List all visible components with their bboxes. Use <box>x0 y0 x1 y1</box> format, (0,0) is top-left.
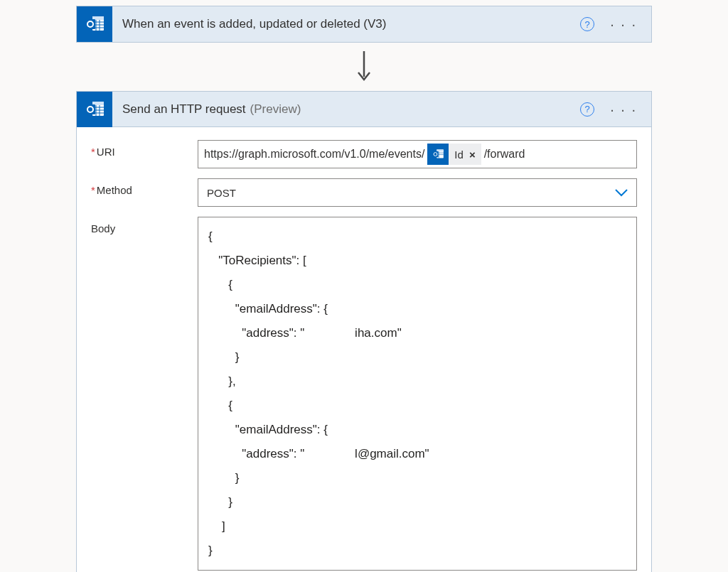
token-label: Id <box>449 149 468 161</box>
dynamic-token-id[interactable]: Id × <box>427 144 481 165</box>
uri-input[interactable]: https://graph.microsoft.com/v1.0/me/even… <box>198 140 637 168</box>
preview-label: (Preview) <box>250 102 301 117</box>
uri-label: URI <box>91 140 198 158</box>
svg-rect-24 <box>433 151 439 157</box>
action-card: Send an HTTP request (Preview) ? · · · U… <box>76 91 652 572</box>
outlook-calendar-icon <box>77 92 112 127</box>
body-label: Body <box>91 217 198 234</box>
help-icon[interactable]: ? <box>580 102 594 117</box>
uri-text-prefix: https://graph.microsoft.com/v1.0/me/even… <box>204 148 424 161</box>
outlook-calendar-icon <box>77 6 112 42</box>
help-icon[interactable]: ? <box>580 17 594 31</box>
action-body: URI https://graph.microsoft.com/v1.0/me/… <box>77 127 651 572</box>
uri-row: URI https://graph.microsoft.com/v1.0/me/… <box>91 140 637 168</box>
action-title: Send an HTTP request (Preview) <box>112 102 580 117</box>
token-remove-icon[interactable]: × <box>468 149 481 161</box>
trigger-header[interactable]: When an event is added, updated or delet… <box>77 6 651 42</box>
chevron-down-icon <box>615 188 628 197</box>
method-value: POST <box>207 187 236 199</box>
more-menu-icon[interactable]: · · · <box>610 17 637 31</box>
body-input[interactable]: { "ToRecipients": [ { "emailAddress": { … <box>198 217 637 571</box>
method-row: Method POST <box>91 178 637 207</box>
flow-arrow-icon <box>0 51 728 82</box>
outlook-calendar-icon <box>427 144 449 165</box>
trigger-title: When an event is added, updated or delet… <box>112 17 580 31</box>
method-select[interactable]: POST <box>198 178 637 207</box>
trigger-card[interactable]: When an event is added, updated or delet… <box>76 6 652 43</box>
more-menu-icon[interactable]: · · · <box>610 102 637 117</box>
uri-text-suffix: /forward <box>484 148 525 161</box>
action-header[interactable]: Send an HTTP request (Preview) ? · · · <box>77 92 651 127</box>
method-label: Method <box>91 178 198 196</box>
body-row: Body { "ToRecipients": [ { "emailAddress… <box>91 217 637 571</box>
